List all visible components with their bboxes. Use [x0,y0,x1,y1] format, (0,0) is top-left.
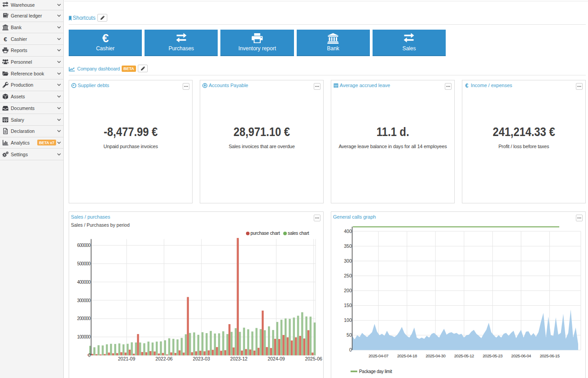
svg-text:250: 250 [344,273,352,278]
svg-text:400: 400 [344,228,352,233]
svg-text:200: 200 [344,288,352,293]
svg-text:Package day limit: Package day limit [359,369,392,374]
svg-text:2025-06: 2025-06 [305,356,322,361]
svg-text:100: 100 [344,317,352,323]
svg-text:500000: 500000 [77,261,91,266]
svg-text:2025-06-15: 2025-06-15 [540,353,559,358]
svg-text:300000: 300000 [77,298,91,303]
svg-text:2024-09: 2024-09 [268,356,285,361]
svg-text:400000: 400000 [77,279,91,284]
svg-text:100000: 100000 [77,334,91,339]
svg-text:2021-09: 2021-09 [118,356,136,361]
svg-text:200000: 200000 [77,316,91,321]
svg-text:2025-06-04: 2025-06-04 [511,353,531,358]
svg-text:600000: 600000 [77,243,91,248]
svg-text:350: 350 [344,243,352,248]
svg-text:2025-04-18: 2025-04-18 [397,353,417,358]
svg-text:50: 50 [347,332,352,338]
svg-text:150: 150 [344,303,352,308]
svg-text:€: € [4,36,7,42]
svg-text:2022-06: 2022-06 [155,356,173,361]
svg-text:300: 300 [344,258,352,264]
svg-text:2023-03: 2023-03 [193,356,210,361]
svg-text:€: € [465,83,468,88]
svg-text:0: 0 [349,347,352,352]
svg-text:2025-05-12: 2025-05-12 [454,353,474,358]
svg-text:2025-04-07: 2025-04-07 [369,353,388,358]
svg-text:2025-04-30: 2025-04-30 [426,353,445,358]
svg-text:€: € [102,33,108,44]
svg-text:2023-12: 2023-12 [230,356,248,361]
svg-text:2025-05-23: 2025-05-23 [483,353,502,358]
